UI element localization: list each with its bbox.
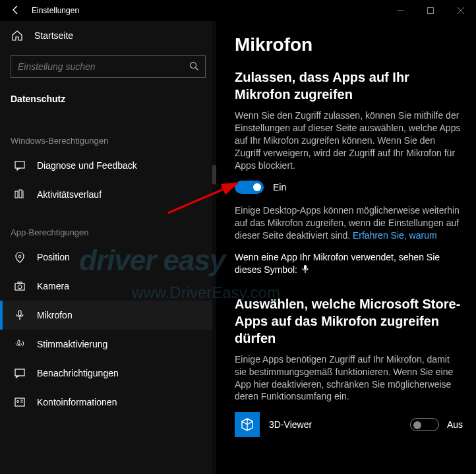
feedback-icon: [13, 160, 26, 171]
title-bar: Einstellungen: [0, 0, 476, 21]
window-title: Einstellungen: [32, 6, 79, 15]
sidebar-item-account[interactable]: Kontoinformationen: [0, 388, 216, 417]
search-input[interactable]: [18, 61, 189, 72]
svg-point-2: [191, 62, 196, 68]
minimize-button[interactable]: [385, 0, 415, 21]
sidebar-item-label: Mikrofon: [37, 310, 73, 320]
svg-point-17: [17, 401, 19, 403]
microphone-indicator-icon: [301, 264, 309, 277]
svg-rect-15: [15, 369, 24, 376]
maximize-button[interactable]: [415, 0, 446, 21]
svg-rect-4: [15, 162, 24, 168]
sidebar-scrollbar-thumb[interactable]: [212, 165, 216, 185]
app-icon-3dviewer: [235, 412, 260, 437]
desktop-apps-note: Einige Desktop-Apps können möglicherweis…: [235, 204, 463, 242]
main-content: Mikrofon Zulassen, dass Apps auf Ihr Mik…: [216, 21, 476, 474]
svg-point-10: [18, 285, 22, 289]
home-icon: [11, 30, 24, 42]
svg-rect-11: [18, 282, 22, 283]
section-allow-title: Zulassen, dass Apps auf Ihr Mikrofon zug…: [235, 69, 463, 103]
activity-icon: [13, 189, 26, 200]
svg-rect-5: [15, 191, 18, 198]
svg-rect-12: [18, 311, 21, 316]
sidebar-home-label: Startseite: [34, 30, 73, 41]
sidebar-item-diagnose[interactable]: Diagnose und Feedback: [0, 151, 216, 180]
location-icon: [13, 251, 26, 263]
sidebar-item-activity[interactable]: Aktivitätsverlauf: [0, 180, 216, 209]
microphone-icon: [13, 309, 26, 321]
app-3dviewer-toggle-label: Aus: [447, 419, 463, 430]
section-store-body: Einige Apps benötigen Zugriff auf Ihr Mi…: [235, 353, 463, 403]
sidebar: Startseite Datenschutz Windows-Berechtig…: [0, 21, 216, 474]
svg-rect-1: [428, 8, 434, 14]
learn-why-link[interactable]: Erfahren Sie, warum: [353, 230, 437, 241]
svg-line-3: [196, 67, 198, 70]
section-allow-body: Wenn Sie den Zugriff zulassen, können Si…: [235, 109, 463, 171]
sidebar-home[interactable]: Startseite: [0, 21, 216, 50]
section-store-title: Auswählen, welche Microsoft Store-Apps a…: [235, 295, 463, 347]
section-header-windows: Windows-Berechtigungen: [0, 117, 216, 151]
sidebar-item-label: Stimmaktivierung: [37, 339, 107, 349]
back-button[interactable]: [0, 5, 32, 17]
sidebar-item-label: Position: [37, 252, 70, 262]
app-row-3dviewer: 3D-Viewer Aus: [235, 412, 463, 437]
sidebar-scrollbar-track: [212, 21, 216, 474]
search-box[interactable]: [11, 55, 206, 78]
sidebar-item-label: Diagnose und Feedback: [37, 160, 137, 171]
allow-apps-toggle[interactable]: [235, 181, 264, 194]
app-name: 3D-Viewer: [269, 419, 401, 430]
svg-rect-6: [19, 190, 22, 198]
sidebar-item-label: Aktivitätsverlauf: [37, 189, 102, 200]
search-icon: [189, 61, 198, 73]
voice-activation-icon: [13, 338, 26, 350]
sidebar-item-position[interactable]: Position: [0, 243, 216, 272]
account-icon: [13, 396, 26, 408]
allow-apps-toggle-label: Ein: [273, 182, 286, 193]
in-use-note: Wenn eine App Ihr Mikrofon verwendet, se…: [235, 251, 463, 277]
close-button[interactable]: [446, 0, 476, 21]
sidebar-item-label: Kontoinformationen: [37, 397, 117, 407]
svg-point-8: [18, 255, 21, 258]
page-title: Mikrofon: [235, 34, 463, 55]
app-3dviewer-toggle[interactable]: [410, 418, 439, 431]
sidebar-item-label: Benachrichtigungen: [37, 368, 119, 378]
camera-icon: [13, 280, 26, 292]
sidebar-item-voice[interactable]: Stimmaktivierung: [0, 330, 216, 359]
svg-rect-14: [18, 340, 20, 345]
notifications-icon: [13, 367, 26, 379]
sidebar-item-microphone[interactable]: Mikrofon: [0, 301, 216, 330]
sidebar-item-notifications[interactable]: Benachrichtigungen: [0, 359, 216, 388]
sidebar-category: Datenschutz: [0, 83, 216, 112]
section-header-app: App-Berechtigungen: [0, 209, 216, 243]
svg-rect-20: [304, 265, 307, 270]
sidebar-item-label: Kamera: [37, 281, 69, 291]
sidebar-item-camera[interactable]: Kamera: [0, 272, 216, 301]
